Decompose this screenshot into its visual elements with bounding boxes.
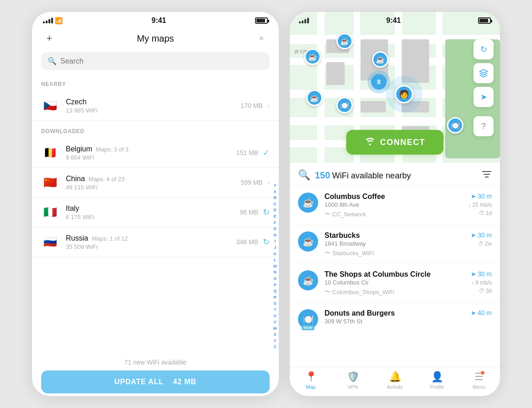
close-button[interactable]: × (253, 30, 270, 47)
tab-map[interactable]: 📍 Map (290, 371, 332, 390)
list-item-russia[interactable]: 🇷🇺 Russia Maps: 1 of 12 35 508 WiFi 346 … (32, 227, 279, 257)
alpha-c[interactable]: C (273, 201, 277, 207)
wifi-avatar-columbus-coffee: ☕ (298, 193, 318, 213)
wifi-meta-starbucks: ➤ 30 m ⏱ 2w (460, 231, 492, 247)
wifi-item-columbus-circle[interactable]: ☕ The Shops at Columbus Circle 10 Columb… (290, 264, 500, 303)
item-maps-china: Maps: 4 of 23 (89, 176, 125, 183)
wifi-network-columbus-circle: 〜 Columbus_Shops_WiFi (325, 288, 460, 296)
alpha-x[interactable]: X (273, 332, 277, 338)
wifi-name-starbucks: Starbucks (325, 231, 460, 240)
alpha-s[interactable]: S (273, 301, 277, 306)
wifi-avatar-starbucks: ☕ (298, 231, 318, 252)
update-all-button[interactable]: UPDATE ALL 42 MB (41, 370, 270, 393)
wifi-meta-columbus-coffee: ➤ 30 m ↓ 25 mb/s ⏱ 1d (460, 193, 492, 216)
map-marker-starbucks[interactable]: ☕ (372, 51, 388, 68)
alpha-f[interactable]: F (273, 220, 277, 226)
alpha-z[interactable]: Z (273, 344, 277, 350)
refresh-map-button[interactable]: ↻ (473, 39, 494, 59)
left-panel: 📶 9:41 + My maps × 🔍 NEARBY 🇨🇿 Czech 13 … (32, 12, 279, 396)
alpha-hash[interactable]: # (273, 183, 277, 188)
alpha-w[interactable]: W (273, 326, 277, 332)
tab-menu[interactable]: ☰ Menu (458, 371, 500, 390)
wifi-item-donuts-burgers[interactable]: 🍽️ NEW Donuts and Burgers 309 W 57th St … (290, 303, 500, 336)
search-input[interactable] (60, 57, 263, 65)
wifi-signal-icon: 〜 (325, 210, 330, 218)
flag-russia: 🇷🇺 (41, 233, 59, 251)
alpha-b[interactable]: B (273, 195, 277, 201)
alpha-g[interactable]: G (273, 226, 277, 232)
alpha-m[interactable]: M (273, 263, 277, 269)
alpha-a[interactable]: A (273, 189, 277, 195)
tab-activity[interactable]: 🔔 Activity (374, 371, 416, 390)
check-icon-belgium: ✓ (263, 148, 270, 158)
wifi-item-starbucks[interactable]: ☕ Starbucks 1841 Broadway 〜 Starbucks_Wi… (290, 225, 500, 264)
wifi-count-area: 150 WiFi available nearby (310, 170, 482, 181)
alpha-y[interactable]: Y (273, 338, 277, 344)
item-size-china: 599 MB (240, 179, 262, 186)
wifi-addr-columbus-circle: 10 Columbus Cir (325, 279, 460, 286)
alpha-n[interactable]: N (273, 269, 277, 275)
alpha-r[interactable]: R (273, 295, 277, 301)
alpha-h[interactable]: H (273, 232, 277, 238)
right-battery (478, 17, 491, 24)
alpha-v[interactable]: V (273, 319, 277, 325)
map-marker-3[interactable]: ☕ (306, 90, 323, 106)
search-bar[interactable]: 🔍 (41, 52, 270, 70)
wifi-time-starbucks: ⏱ 2w (478, 241, 492, 247)
wifi-meta-columbus-circle: ➤ 30 m ↓ 9 mb/s ⏱ 3d (460, 270, 492, 294)
item-size-czech: 170 MB (240, 102, 262, 109)
item-maps-russia: Maps: 1 of 12 (92, 235, 128, 242)
tab-vpn[interactable]: 🛡️ VPN (332, 371, 374, 390)
tab-profile[interactable]: 👤 Profile (416, 371, 458, 390)
list-item-italy[interactable]: 🇮🇹 Italy 6 175 WiFi 98 MB ↻ (32, 198, 279, 227)
alpha-j[interactable]: J (273, 245, 277, 251)
item-size-belgium: 151 MB (236, 149, 258, 156)
wifi-speed-columbus-coffee: ↓ 25 mb/s (468, 202, 492, 208)
wifi-item-columbus-coffee[interactable]: ☕ Columbus Coffee 1000 8th Ave 〜 CC_Netw… (290, 186, 500, 225)
wifi-meta-donuts-burgers: ➤ 40 m (460, 309, 492, 317)
signal-bar-4 (51, 18, 53, 23)
add-button[interactable]: + (41, 30, 58, 47)
r-signal-bar-3 (304, 19, 306, 23)
right-signal-bars (299, 18, 309, 23)
wifi-distance-starbucks: ➤ 30 m (471, 231, 492, 239)
downloaded-label: DOWNLOADED (32, 128, 279, 138)
right-panel: 9:41 (290, 12, 500, 396)
wifi-signal-icon-3: 〜 (325, 288, 330, 296)
nearby-section: NEARBY 🇨🇿 Czech 13 985 WiFi 170 MB › (32, 77, 279, 121)
alpha-i[interactable]: I (273, 238, 277, 244)
alpha-k[interactable]: K (273, 251, 277, 257)
connect-button[interactable]: CONNECT (346, 130, 443, 155)
wifi-speed-columbus-circle: ↓ 9 mb/s (471, 279, 492, 286)
list-item-czech[interactable]: 🇨🇿 Czech 13 985 WiFi 170 MB › (32, 91, 279, 121)
search-icon-map[interactable]: 🔍 (298, 169, 310, 181)
alpha-o[interactable]: O (273, 276, 277, 282)
refresh-icon-russia[interactable]: ↻ (263, 237, 270, 247)
alpha-u[interactable]: U (273, 313, 277, 319)
alpha-l[interactable]: L (273, 257, 277, 263)
map-marker-food-2[interactable]: 🍽️ (447, 117, 463, 134)
item-info-china: China Maps: 4 of 23 49 110 WiFi (66, 175, 240, 191)
help-button[interactable]: ? (473, 116, 494, 136)
alpha-q[interactable]: Q (273, 288, 277, 294)
alpha-e[interactable]: E (273, 214, 277, 220)
signal-bars (43, 18, 53, 23)
map-marker-2[interactable]: ☕ (336, 33, 353, 49)
map-tab-icon: 📍 (305, 371, 317, 383)
wifi-addr-starbucks: 1841 Broadway (325, 240, 460, 247)
map-marker-food[interactable]: 🍽️ (336, 97, 353, 113)
alpha-p[interactable]: P (273, 282, 277, 288)
filter-icon[interactable] (482, 170, 492, 181)
chevron-icon-china: › (267, 178, 270, 187)
alpha-t[interactable]: T (273, 307, 277, 313)
refresh-icon-italy[interactable]: ↻ (263, 207, 270, 217)
map-marker-1[interactable]: ☕ (304, 48, 321, 65)
wifi-network-starbucks: 〜 Starbucks_WiFi (325, 249, 460, 257)
alpha-d[interactable]: D (273, 207, 277, 213)
item-sub-belgium: 9 854 WiFi (66, 154, 236, 161)
list-item-china[interactable]: 🇨🇳 China Maps: 4 of 23 49 110 WiFi 599 M… (32, 168, 279, 198)
item-info-czech: Czech 13 985 WiFi (66, 98, 240, 114)
layers-button[interactable] (473, 63, 494, 83)
location-button[interactable]: ➤ (473, 87, 494, 107)
list-item-belgium[interactable]: 🇧🇪 Belgium Maps: 3 of 3 9 854 WiFi 151 M… (32, 138, 279, 168)
